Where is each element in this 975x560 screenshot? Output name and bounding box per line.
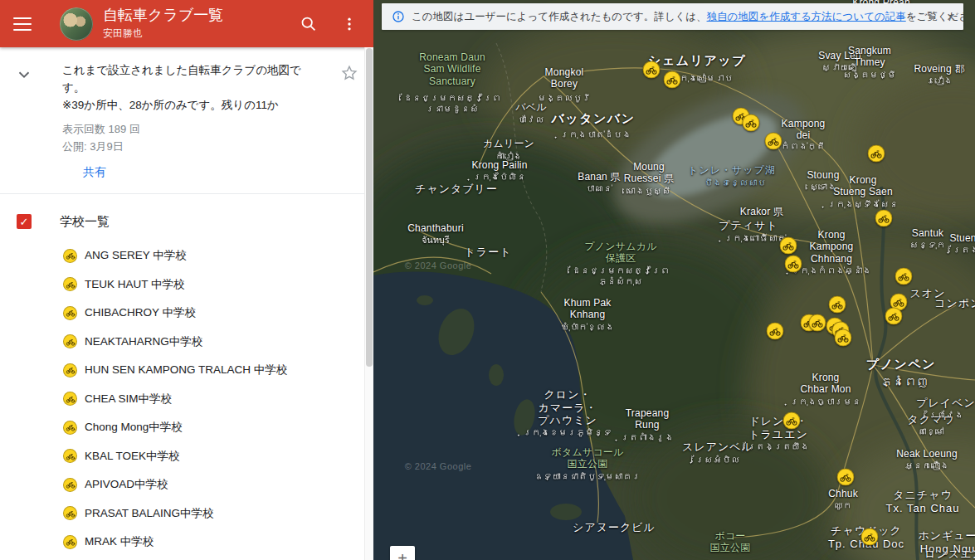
avatar xyxy=(60,7,93,41)
my-maps-app: 自転車クラブ一覧 安田勝也 これまで設立されました自転車クラブの地図です。 ※3… xyxy=(0,0,975,560)
bicycle-marker-icon xyxy=(63,277,77,291)
school-list-item[interactable]: NEAKTAHARNG中学校 xyxy=(0,327,373,356)
bicycle-marker[interactable] xyxy=(785,256,802,273)
school-name: MRAK 中学校 xyxy=(85,534,154,549)
bicycle-marker[interactable] xyxy=(837,469,855,486)
school-list: ANG SEREY 中学校TEUK HAUT 中学校CHIBACHROY 中学校… xyxy=(0,241,373,557)
sidebar-header: 自転車クラブ一覧 安田勝也 xyxy=(0,0,373,47)
bicycle-marker[interactable] xyxy=(895,268,913,285)
layer-checkbox[interactable]: ✓ xyxy=(17,214,32,229)
bicycle-marker-icon xyxy=(63,334,77,348)
bicycle-marker[interactable] xyxy=(829,296,846,314)
bicycle-marker[interactable] xyxy=(780,237,797,255)
bicycle-marker[interactable] xyxy=(835,329,852,347)
school-name: PRASAT BALAING中学校 xyxy=(85,506,214,521)
bicycle-marker-icon xyxy=(63,249,77,263)
bicycle-marker-icon xyxy=(63,306,77,320)
layer-section: ✓ 学校一覧 ANG SEREY 中学校TEUK HAUT 中学校CHIBACH… xyxy=(0,194,373,557)
create-map-article-link[interactable]: 独自の地図を作成する方法についての記事 xyxy=(707,11,906,22)
map-description-note: ※39か所中、28か所のみです。残りの11か xyxy=(62,97,308,114)
school-name: KBAL TOEK中学校 xyxy=(85,449,180,464)
more-options-icon[interactable] xyxy=(339,13,360,35)
bicycle-marker[interactable] xyxy=(885,308,903,325)
star-icon[interactable] xyxy=(340,64,358,85)
bicycle-marker-icon xyxy=(63,392,77,406)
user-map-notice: この地図はユーザーによって作成されたものです。詳しくは、独自の地図を作成する方法… xyxy=(382,3,963,30)
scrollbar-thumb[interactable] xyxy=(366,48,373,367)
school-name: NEAKTAHARNG中学校 xyxy=(85,334,202,349)
bicycle-marker[interactable] xyxy=(783,412,801,430)
bicycle-marker-icon xyxy=(63,421,77,435)
bicycle-marker[interactable] xyxy=(809,314,826,332)
bicycle-marker-icon xyxy=(63,449,77,463)
published-date: 公開: 3月9日 xyxy=(62,139,336,154)
bicycle-marker[interactable] xyxy=(861,528,879,546)
school-list-item[interactable]: MRAK 中学校 xyxy=(0,528,373,557)
map-canvas[interactable]: Roneam DaunSam WildlifeSanctuaryដែនជម្រក… xyxy=(373,0,975,560)
notice-prefix: この地図はユーザーによって作成されたものです。詳しくは、 xyxy=(412,11,707,22)
map-markers xyxy=(373,0,975,560)
school-list-item[interactable]: APIVOAD中学校 xyxy=(0,470,373,499)
notice-text: この地図はユーザーによって作成されたものです。詳しくは、独自の地図を作成する方法… xyxy=(412,10,963,24)
school-name: Chong Mong中学校 xyxy=(85,420,183,435)
zoom-in-button[interactable]: + xyxy=(390,546,415,560)
school-name: ANG SEREY 中学校 xyxy=(85,248,187,263)
check-icon: ✓ xyxy=(20,217,29,227)
school-list-item[interactable]: KBAL TOEK中学校 xyxy=(0,441,373,470)
sidebar-scrollbar[interactable] xyxy=(364,47,373,560)
sidebar-body: これまで設立されました自転車クラブの地図です。 ※39か所中、28か所のみです。… xyxy=(0,47,373,556)
bicycle-marker-icon xyxy=(63,363,77,377)
bicycle-marker[interactable] xyxy=(664,71,681,89)
description-section: これまで設立されました自転車クラブの地図です。 ※39か所中、28か所のみです。… xyxy=(0,47,373,193)
school-list-item[interactable]: TEUK HAUT 中学校 xyxy=(0,270,373,299)
search-icon[interactable] xyxy=(297,13,319,35)
school-list-item[interactable]: Chong Mong中学校 xyxy=(0,413,373,442)
bicycle-marker-icon xyxy=(63,478,77,492)
close-icon[interactable]: × xyxy=(943,8,958,26)
map-description: これまで設立されました自転車クラブの地図です。 xyxy=(62,62,308,97)
chevron-down-icon[interactable] xyxy=(15,66,33,87)
info-icon xyxy=(392,10,405,23)
school-list-item[interactable]: CHEA SIM中学校 xyxy=(0,384,373,413)
layer-title: 学校一覧 xyxy=(60,214,110,230)
school-name: TEUK HAUT 中学校 xyxy=(85,277,185,292)
bicycle-marker[interactable] xyxy=(767,323,784,340)
sidebar: 自転車クラブ一覧 安田勝也 これまで設立されました自転車クラブの地図です。 ※3… xyxy=(0,0,373,560)
school-name: CHIBACHROY 中学校 xyxy=(85,305,196,320)
bicycle-marker[interactable] xyxy=(743,114,760,132)
view-count: 表示回数 189 回 xyxy=(62,122,336,137)
bicycle-marker-icon xyxy=(63,506,77,520)
map-author: 安田勝也 xyxy=(103,27,297,41)
bicycle-marker[interactable] xyxy=(875,210,893,227)
school-list-item[interactable]: CHIBACHROY 中学校 xyxy=(0,299,373,328)
school-name: APIVOAD中学校 xyxy=(85,477,168,492)
bicycle-marker[interactable] xyxy=(765,133,782,150)
title-block: 自転車クラブ一覧 安田勝也 xyxy=(103,7,297,41)
school-list-item[interactable]: ANG SEREY 中学校 xyxy=(0,241,373,270)
school-name: HUN SEN KAMPONG TRALACH 中学校 xyxy=(85,363,287,377)
school-list-item[interactable]: HUN SEN KAMPONG TRALACH 中学校 xyxy=(0,356,373,385)
share-link[interactable]: 共有 xyxy=(83,165,106,180)
school-name: CHEA SIM中学校 xyxy=(85,392,172,407)
bicycle-marker[interactable] xyxy=(868,145,885,163)
bicycle-marker-icon xyxy=(63,535,77,549)
school-list-item[interactable]: PRASAT BALAING中学校 xyxy=(0,499,373,528)
page-title: 自転車クラブ一覧 xyxy=(103,7,297,24)
layer-header: ✓ 学校一覧 xyxy=(0,194,373,230)
bicycle-marker[interactable] xyxy=(643,61,661,79)
menu-icon[interactable] xyxy=(13,17,32,31)
